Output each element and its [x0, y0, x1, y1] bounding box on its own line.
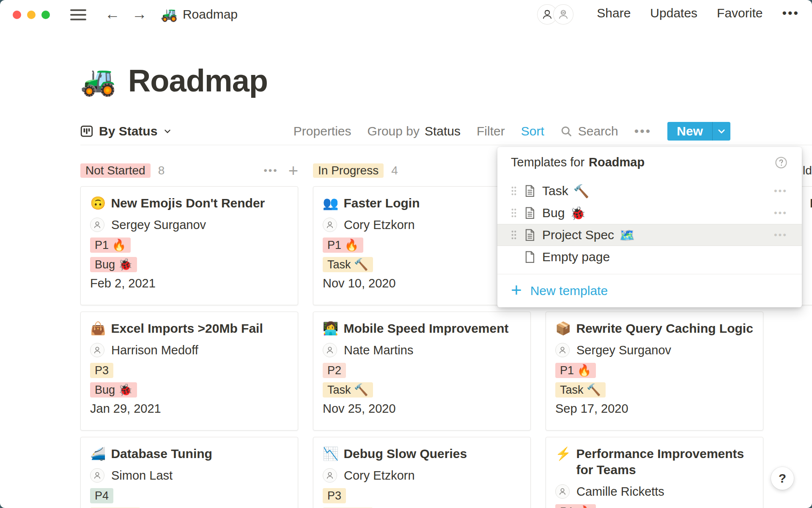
priority-tag: P1 🔥 [555, 363, 596, 378]
sort-button[interactable]: Sort [521, 124, 544, 138]
app-window: ← → 🚜 Roadmap Share Updates Favorite •••… [0, 0, 812, 508]
blank-page-icon [524, 251, 535, 263]
card-emoji: 👥 [323, 195, 338, 211]
type-tag: Task 🔨 [323, 257, 373, 272]
close-window-button[interactable] [13, 11, 21, 19]
filter-button[interactable]: Filter [477, 124, 505, 138]
search-label: Search [578, 124, 618, 138]
template-label: Task [542, 184, 568, 198]
column-status-badge[interactable]: In Progress [313, 163, 384, 178]
favorite-button[interactable]: Favorite [717, 6, 763, 20]
board-card[interactable]: 📉 Debug Slow Queries Cory Etzkorn P3 Tas… [313, 437, 531, 508]
template-more-button[interactable]: ••• [774, 185, 787, 196]
assignee-name: Cory Etzkorn [344, 218, 415, 232]
search-button[interactable]: Search [560, 124, 618, 138]
chevron-down-icon [163, 127, 172, 135]
assignee-name: Camille Ricketts [576, 485, 664, 499]
board-card[interactable]: 🙃 New Emojis Don't Render Sergey Surgano… [80, 186, 298, 305]
template-item-bug[interactable]: Bug 🐞 ••• [497, 202, 802, 224]
templates-popup: Templates for Roadmap Task 🔨 ••• [497, 147, 802, 307]
drag-handle-icon[interactable] [511, 208, 517, 218]
hammer-emoji: 🔨 [573, 184, 589, 199]
card-emoji: 🙃 [90, 195, 106, 211]
board-card[interactable]: 🚄 Database Tuning Simon Last P4 Task 🔨 [80, 437, 298, 508]
doc-title: Roadmap [183, 7, 238, 22]
group-by-label: Group by [368, 124, 420, 138]
type-tag: Task 🔨 [323, 382, 373, 398]
assignee-name: Simon Last [111, 469, 173, 483]
assignee-name: Sergey Surganov [111, 218, 206, 232]
avatar [323, 468, 337, 483]
plus-icon: + [511, 281, 522, 299]
new-button-group: New [667, 122, 730, 141]
page-emoji[interactable]: 🚜 [80, 66, 116, 95]
card-title: Debug Slow Queries [343, 446, 467, 462]
clipped-column-header-fragment: ld [803, 164, 812, 177]
column-add-card-button[interactable]: + [288, 164, 298, 177]
clipped-card-title-fragment: N [810, 195, 812, 211]
template-item-task[interactable]: Task 🔨 ••• [497, 180, 802, 202]
board-card[interactable]: 👜 Excel Imports >20Mb Fail Harrison Medo… [80, 312, 298, 431]
zoom-window-button[interactable] [41, 11, 50, 19]
avatar [90, 468, 104, 483]
popup-title-name: Roadmap [589, 155, 645, 169]
empty-page-label: Empty page [542, 250, 610, 264]
template-more-button[interactable]: ••• [774, 229, 787, 240]
assignee-name: Sergey Surganov [576, 343, 671, 357]
drag-handle-icon[interactable] [511, 186, 517, 196]
minimize-window-button[interactable] [27, 11, 36, 19]
more-options-button[interactable]: ••• [782, 6, 799, 20]
priority-tag: P1 🔥 [90, 237, 131, 253]
page-title[interactable]: Roadmap [128, 63, 268, 99]
avatar[interactable] [554, 5, 573, 24]
collaborator-avatars[interactable] [538, 5, 573, 24]
traffic-lights [13, 11, 50, 19]
view-more-button[interactable]: ••• [634, 124, 652, 138]
group-by-value: Status [425, 124, 461, 138]
board-card[interactable]: 📦 Rewrite Query Caching Logic Sergey Sur… [546, 312, 763, 431]
card-title: Performance Improvements for Teams [576, 446, 754, 478]
view-name: By Status [99, 124, 157, 138]
column-more-button[interactable]: ••• [263, 165, 278, 177]
share-button[interactable]: Share [597, 6, 631, 20]
board-card[interactable]: ⚡ Performance Improvements for Teams Cam… [546, 437, 763, 508]
help-circle-icon[interactable] [775, 156, 787, 172]
priority-tag: P1 🔥 [555, 504, 596, 508]
card-date: Feb 2, 2021 [90, 276, 288, 290]
template-item-empty-page[interactable]: Empty page [497, 246, 802, 268]
back-arrow-icon[interactable]: ← [105, 6, 120, 22]
column-status-badge[interactable]: Not Started [80, 163, 151, 178]
avatar [323, 218, 337, 232]
card-title: Rewrite Query Caching Logic [576, 320, 753, 337]
updates-button[interactable]: Updates [650, 6, 697, 20]
column-count: 8 [158, 164, 165, 177]
avatar [555, 343, 570, 357]
drag-handle-icon[interactable] [511, 230, 517, 240]
doc-emoji: 🚜 [161, 6, 178, 22]
group-by-button[interactable]: Group by Status [368, 124, 461, 138]
card-title: Mobile Speed Improvement [343, 320, 508, 337]
sidebar-menu-icon[interactable] [70, 9, 86, 20]
board-card[interactable]: 👩‍💻 Mobile Speed Improvement Nate Martin… [313, 312, 531, 431]
forward-arrow-icon[interactable]: → [132, 6, 147, 22]
new-template-button[interactable]: + New template [497, 274, 802, 307]
avatar [323, 343, 337, 357]
priority-tag: P4 [90, 488, 113, 503]
avatar [90, 218, 104, 232]
help-button[interactable]: ? [771, 467, 794, 490]
card-date: Nov 10, 2020 [323, 276, 521, 290]
priority-tag: P3 [323, 488, 346, 503]
ladybug-emoji: 🐞 [570, 206, 585, 221]
page-icon [524, 185, 535, 197]
properties-button[interactable]: Properties [294, 124, 351, 138]
card-date: Sep 17, 2020 [555, 402, 754, 416]
view-switcher[interactable]: By Status [80, 124, 172, 138]
template-more-button[interactable]: ••• [774, 207, 787, 218]
breadcrumb[interactable]: 🚜 Roadmap [161, 6, 238, 22]
template-item-project-spec[interactable]: Project Spec 🗺️ ••• [497, 224, 802, 246]
new-button[interactable]: New [667, 122, 712, 141]
column-not-started: Not Started 8 ••• + 🙃 New Emojis Don't R… [80, 163, 298, 508]
priority-tag: P1 🔥 [323, 237, 363, 253]
new-dropdown-button[interactable] [712, 122, 730, 141]
avatar [555, 484, 570, 499]
